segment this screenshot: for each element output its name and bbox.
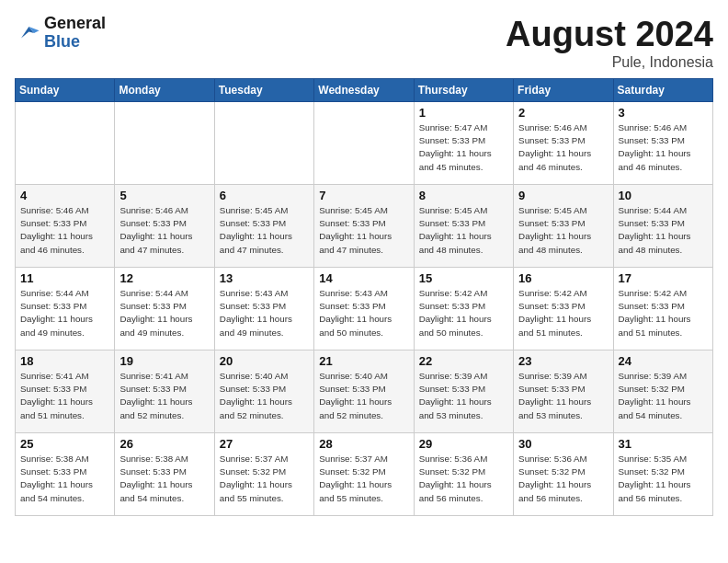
calendar-cell: 11Sunrise: 5:44 AM Sunset: 5:33 PM Dayli… [16,268,115,350]
day-info: Sunrise: 5:39 AM Sunset: 5:32 PM Dayligh… [619,370,708,422]
calendar-cell: 26Sunrise: 5:38 AM Sunset: 5:33 PM Dayli… [115,433,214,516]
day-number: 24 [619,354,708,368]
day-info: Sunrise: 5:37 AM Sunset: 5:32 PM Dayligh… [319,453,408,505]
day-number: 31 [619,437,708,451]
calendar-cell: 8Sunrise: 5:45 AM Sunset: 5:33 PM Daylig… [414,185,513,268]
day-number: 30 [518,437,608,451]
day-info: Sunrise: 5:45 AM Sunset: 5:33 PM Dayligh… [319,204,408,257]
day-number: 25 [20,437,109,451]
day-info: Sunrise: 5:46 AM Sunset: 5:33 PM Dayligh… [518,121,608,174]
calendar-cell: 10Sunrise: 5:44 AM Sunset: 5:33 PM Dayli… [613,185,712,268]
weekday-header-thursday: Thursday [414,79,513,102]
day-info: Sunrise: 5:37 AM Sunset: 5:32 PM Dayligh… [220,453,309,505]
calendar-cell: 22Sunrise: 5:39 AM Sunset: 5:33 PM Dayli… [414,350,513,433]
day-number: 26 [119,437,209,451]
title-block: August 2024 Pule, Indonesia [506,15,713,71]
day-number: 3 [619,106,708,120]
page-header: General Blue August 2024 Pule, Indonesia [15,15,713,71]
calendar-cell: 19Sunrise: 5:41 AM Sunset: 5:33 PM Dayli… [115,350,214,433]
calendar-table: SundayMondayTuesdayWednesdayThursdayFrid… [15,78,713,516]
logo-blue: Blue [44,33,106,52]
day-info: Sunrise: 5:36 AM Sunset: 5:32 PM Dayligh… [518,453,608,505]
day-number: 14 [319,271,408,285]
day-info: Sunrise: 5:41 AM Sunset: 5:33 PM Dayligh… [119,370,209,422]
day-number: 18 [20,354,109,368]
weekday-header-saturday: Saturday [613,79,712,102]
logo-general: General [44,15,106,33]
day-number: 7 [319,189,408,202]
day-number: 2 [518,106,608,120]
day-number: 15 [419,271,508,285]
calendar-cell: 14Sunrise: 5:43 AM Sunset: 5:33 PM Dayli… [314,268,414,350]
calendar-cell: 3Sunrise: 5:46 AM Sunset: 5:33 PM Daylig… [613,102,712,185]
calendar-cell: 15Sunrise: 5:42 AM Sunset: 5:33 PM Dayli… [414,268,513,350]
day-number: 17 [619,271,708,285]
day-number: 22 [419,354,508,368]
month-title: August 2024 [506,15,713,54]
day-number: 10 [619,189,708,202]
day-number: 19 [119,354,209,368]
calendar-cell: 5Sunrise: 5:46 AM Sunset: 5:33 PM Daylig… [115,185,214,268]
weekday-header-friday: Friday [514,79,613,102]
calendar-cell [214,102,313,185]
calendar-cell: 1Sunrise: 5:47 AM Sunset: 5:33 PM Daylig… [414,102,513,185]
day-info: Sunrise: 5:45 AM Sunset: 5:33 PM Dayligh… [220,204,309,257]
weekday-header-monday: Monday [115,79,214,102]
calendar-cell: 16Sunrise: 5:42 AM Sunset: 5:33 PM Dayli… [514,268,613,350]
day-info: Sunrise: 5:44 AM Sunset: 5:33 PM Dayligh… [119,287,209,339]
calendar-cell: 4Sunrise: 5:46 AM Sunset: 5:33 PM Daylig… [16,185,115,268]
calendar-cell: 13Sunrise: 5:43 AM Sunset: 5:33 PM Dayli… [214,268,313,350]
day-number: 27 [220,437,309,451]
logo-text: General Blue [44,15,106,52]
day-number: 9 [518,189,608,202]
calendar-week-row: 25Sunrise: 5:38 AM Sunset: 5:33 PM Dayli… [16,433,713,516]
day-info: Sunrise: 5:46 AM Sunset: 5:33 PM Dayligh… [119,204,209,257]
day-info: Sunrise: 5:35 AM Sunset: 5:32 PM Dayligh… [619,453,708,505]
day-info: Sunrise: 5:41 AM Sunset: 5:33 PM Dayligh… [20,370,109,422]
logo-bird-icon [15,20,40,46]
calendar-cell: 30Sunrise: 5:36 AM Sunset: 5:32 PM Dayli… [514,433,613,516]
logo: General Blue [15,15,106,52]
day-number: 4 [20,189,109,202]
day-number: 13 [220,271,309,285]
day-info: Sunrise: 5:46 AM Sunset: 5:33 PM Dayligh… [619,121,708,174]
calendar-cell: 2Sunrise: 5:46 AM Sunset: 5:33 PM Daylig… [514,102,613,185]
day-info: Sunrise: 5:42 AM Sunset: 5:33 PM Dayligh… [419,287,508,339]
day-number: 11 [20,271,109,285]
calendar-cell: 7Sunrise: 5:45 AM Sunset: 5:33 PM Daylig… [314,185,414,268]
calendar-cell: 24Sunrise: 5:39 AM Sunset: 5:32 PM Dayli… [613,350,712,433]
calendar-cell: 21Sunrise: 5:40 AM Sunset: 5:33 PM Dayli… [314,350,414,433]
day-number: 12 [119,271,209,285]
calendar-cell: 18Sunrise: 5:41 AM Sunset: 5:33 PM Dayli… [16,350,115,433]
day-info: Sunrise: 5:45 AM Sunset: 5:33 PM Dayligh… [419,204,508,257]
day-info: Sunrise: 5:47 AM Sunset: 5:33 PM Dayligh… [419,121,508,174]
day-number: 16 [518,271,608,285]
day-info: Sunrise: 5:36 AM Sunset: 5:32 PM Dayligh… [419,453,508,505]
day-number: 28 [319,437,408,451]
day-info: Sunrise: 5:45 AM Sunset: 5:33 PM Dayligh… [518,204,608,257]
location: Pule, Indonesia [506,54,713,71]
calendar-cell [314,102,414,185]
calendar-cell: 12Sunrise: 5:44 AM Sunset: 5:33 PM Dayli… [115,268,214,350]
day-info: Sunrise: 5:43 AM Sunset: 5:33 PM Dayligh… [220,287,309,339]
weekday-header-row: SundayMondayTuesdayWednesdayThursdayFrid… [16,79,713,102]
day-number: 29 [419,437,508,451]
day-info: Sunrise: 5:40 AM Sunset: 5:33 PM Dayligh… [319,370,408,422]
day-info: Sunrise: 5:38 AM Sunset: 5:33 PM Dayligh… [119,453,209,505]
day-number: 23 [518,354,608,368]
weekday-header-wednesday: Wednesday [314,79,414,102]
calendar-cell: 20Sunrise: 5:40 AM Sunset: 5:33 PM Dayli… [214,350,313,433]
day-info: Sunrise: 5:43 AM Sunset: 5:33 PM Dayligh… [319,287,408,339]
calendar-week-row: 4Sunrise: 5:46 AM Sunset: 5:33 PM Daylig… [16,185,713,268]
day-info: Sunrise: 5:39 AM Sunset: 5:33 PM Dayligh… [419,370,508,422]
calendar-cell: 23Sunrise: 5:39 AM Sunset: 5:33 PM Dayli… [514,350,613,433]
calendar-cell: 28Sunrise: 5:37 AM Sunset: 5:32 PM Dayli… [314,433,414,516]
calendar-cell [16,102,115,185]
calendar-cell: 6Sunrise: 5:45 AM Sunset: 5:33 PM Daylig… [214,185,313,268]
weekday-header-tuesday: Tuesday [214,79,313,102]
day-info: Sunrise: 5:39 AM Sunset: 5:33 PM Dayligh… [518,370,608,422]
day-info: Sunrise: 5:38 AM Sunset: 5:33 PM Dayligh… [20,453,109,505]
calendar-cell [115,102,214,185]
calendar-cell: 17Sunrise: 5:42 AM Sunset: 5:33 PM Dayli… [613,268,712,350]
calendar-week-row: 1Sunrise: 5:47 AM Sunset: 5:33 PM Daylig… [16,102,713,185]
